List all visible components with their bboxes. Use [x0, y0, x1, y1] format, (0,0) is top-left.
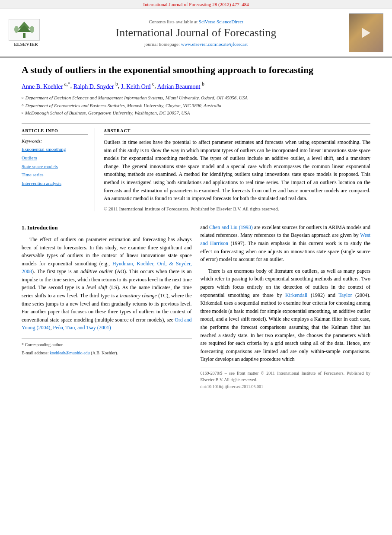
ls-term: level shift — [86, 284, 107, 290]
keyword-3[interactable]: State space models — [22, 162, 88, 171]
svg-point-4 — [14, 26, 19, 33]
author-koehler[interactable]: Anne B. Koehler — [22, 83, 63, 89]
journal-homepage: journal homepage: www.elsevier.com/locat… — [48, 41, 344, 47]
journal-citation-banner: International Journal of Forecasting 28 … — [0, 0, 392, 9]
tc-term: transitory change — [120, 293, 156, 299]
copyright-notice: © 2011 International Institute of Foreca… — [104, 206, 370, 211]
chen-liu-ref[interactable]: Chen and Liu (1993) — [209, 224, 253, 230]
footnote-star: * Corresponding author. — [22, 341, 192, 348]
section-divider — [22, 218, 370, 218]
keywords-label: Keywords: — [22, 138, 88, 143]
main-content: A study of outliers in the exponential s… — [0, 57, 392, 398]
footer-issn: 0169-2070/$ – see front matter © 2011 In… — [201, 370, 371, 383]
sciverse-line: Contents lists available at SciVerse Sci… — [48, 19, 344, 24]
page-footer: 0169-2070/$ – see front matter © 2011 In… — [201, 367, 371, 390]
footer-doi: doi:10.1016/j.ijforecast.2011.05.001 — [201, 383, 371, 390]
intro-para-1: The effect of outliers on parameter esti… — [22, 236, 192, 332]
svg-point-5 — [30, 26, 34, 33]
affiliation-b: b Department of Econometrics and Busines… — [22, 102, 370, 110]
journal-main-title: International Journal of Forecasting — [48, 26, 344, 39]
section-1-heading: 1. Introduction — [22, 223, 192, 232]
play-icon — [362, 28, 370, 38]
pena-ref[interactable]: Peña, Tiao, and Tsay (2001) — [53, 325, 111, 331]
body-columns: 1. Introduction The effect of outliers o… — [22, 223, 370, 390]
footnote-email-link[interactable]: koehleah@muohio.edu — [50, 350, 90, 355]
svg-rect-1 — [23, 33, 25, 38]
elsevier-emblem — [9, 19, 40, 41]
article-info-panel: ARTICLE INFO Keywords: Exponential smoot… — [22, 128, 95, 211]
keyword-2[interactable]: Outliers — [22, 154, 88, 162]
abstract-text: Outliers in time series have the potenti… — [104, 138, 370, 203]
affiliation-c: c McDonough School of Business, Georgeto… — [22, 109, 370, 117]
footnote-area: * Corresponding author. E-mail address: … — [22, 338, 192, 356]
abstract-heading: ABSTRACT — [104, 128, 370, 135]
elsevier-brand-text: ELSEVIER — [9, 41, 43, 47]
homepage-link[interactable]: www.elsevier.com/locate/ijforecast — [181, 41, 248, 47]
ao-term: additive outlier — [80, 268, 113, 274]
abstract-panel: ABSTRACT Outliers in time series have th… — [104, 128, 370, 211]
kirkendall-ref[interactable]: Kirkendall — [285, 292, 307, 298]
author-ord[interactable]: J. Keith Ord — [121, 83, 151, 89]
keyword-1[interactable]: Exponential smoothing — [22, 145, 88, 154]
author-snyder[interactable]: Ralph D. Snyder — [73, 83, 114, 89]
west-harrison-ref[interactable]: West and Harrison — [201, 232, 371, 246]
footnote-email: E-mail address: koehleah@muohio.edu (A.B… — [22, 350, 192, 357]
keyword-4[interactable]: Time series — [22, 171, 88, 179]
affiliation-a: a Department of Decision Sciences and Ma… — [22, 94, 370, 102]
author-beaumont[interactable]: Adrian Beaumont — [157, 83, 200, 89]
body-column-right: and Chen and Liu (1993) are excellent so… — [201, 223, 371, 390]
authors-line: Anne B. Koehler a,*, Ralph D. Snyder b, … — [22, 81, 370, 91]
article-title: A study of outliers in the exponential s… — [22, 64, 370, 76]
taylor-ref[interactable]: Taylor — [338, 292, 352, 298]
keyword-5[interactable]: Intervention analysis — [22, 179, 88, 188]
article-info-heading: ARTICLE INFO — [22, 128, 88, 135]
journal-title-area: Contents lists available at SciVerse Sci… — [48, 19, 344, 46]
journal-header: ELSEVIER Contents lists available at Sci… — [0, 9, 392, 57]
right-para-1: and Chen and Liu (1993) are excellent so… — [201, 223, 371, 264]
article-info-abstract: ARTICLE INFO Keywords: Exponential smoot… — [22, 124, 370, 211]
sciverse-link[interactable]: SciVerse ScienceDirect — [199, 19, 243, 24]
journal-cover-image — [349, 13, 383, 52]
right-para-2: There is an enormous body of literature … — [201, 267, 371, 363]
elsevier-logo: ELSEVIER — [9, 19, 43, 47]
affiliations: a Department of Decision Sciences and Ma… — [22, 94, 370, 117]
body-column-left: 1. Introduction The effect of outliers o… — [22, 223, 192, 390]
